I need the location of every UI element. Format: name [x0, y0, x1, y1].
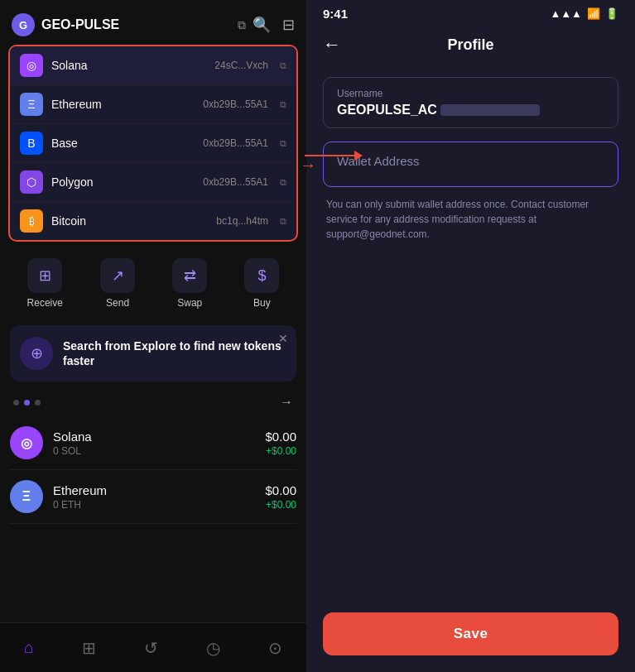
- ethereum-usd: $0.00: [265, 483, 296, 497]
- chain-name-bitcoin: Bitcoin: [51, 214, 208, 228]
- dot-2: [24, 400, 30, 406]
- dot-3: [35, 400, 41, 406]
- pagination-row: →: [0, 388, 306, 416]
- refresh-icon: ↺: [144, 638, 158, 658]
- explore-banner-icon: ⊕: [20, 337, 53, 370]
- copy-ethereum-icon[interactable]: ⧉: [280, 99, 286, 110]
- wallet-hint: You can only submit wallet address once.…: [323, 197, 618, 242]
- copy-solana-icon[interactable]: ⧉: [280, 60, 286, 71]
- chain-name-solana: Solana: [51, 59, 206, 72]
- token-list: ◎ Solana 0 SOL $0.00 +$0.00 Ξ Ethereum 0…: [0, 416, 306, 524]
- chain-address-polygon: 0xb29B...55A1: [203, 176, 268, 188]
- chain-address-ethereum: 0xb29B...55A1: [203, 98, 268, 110]
- solana-usd: $0.00: [265, 430, 296, 444]
- nav-history[interactable]: ◷: [206, 638, 220, 658]
- profile-form: Username GEOPULSE_AC → Wallet Address Yo…: [306, 69, 635, 599]
- wallet-avatar: G: [12, 13, 35, 36]
- panel-connector-arrow: [305, 151, 363, 161]
- username-label: Username: [337, 88, 604, 99]
- bottom-nav: ⌂ ⊞ ↺ ◷ ⊙: [0, 622, 306, 672]
- dot-1: [13, 400, 19, 406]
- chain-address-solana: 24sC...Vxch: [214, 60, 268, 71]
- ethereum-token-logo: Ξ: [10, 480, 43, 513]
- banner-close-button[interactable]: ✕: [278, 332, 288, 345]
- solana-token-logo: ◎: [10, 426, 43, 459]
- wallet-name: GEO-PULSE: [41, 17, 228, 32]
- buy-button[interactable]: $ Buy: [244, 258, 279, 309]
- save-button[interactable]: Save: [323, 612, 618, 655]
- username-blur: [440, 104, 540, 116]
- chain-item-solana[interactable]: ◎ Solana 24sC...Vxch ⧉: [10, 46, 296, 85]
- chain-item-polygon[interactable]: ⬡ Polygon 0xb29B...55A1 ⧉: [10, 163, 296, 202]
- chain-item-ethereum[interactable]: Ξ Ethereum 0xb29B...55A1 ⧉: [10, 85, 296, 124]
- receive-icon: ⊞: [27, 258, 62, 293]
- solana-token-values: $0.00 +$0.00: [265, 430, 296, 457]
- solana-token-info: Solana 0 SOL: [53, 430, 255, 457]
- save-btn-container: Save: [306, 599, 635, 672]
- grid-icon: ⊞: [82, 638, 96, 658]
- copy-polygon-icon[interactable]: ⧉: [280, 177, 286, 188]
- home-icon: ⌂: [24, 638, 34, 657]
- ethereum-token-name: Ethereum: [53, 483, 255, 497]
- swap-icon: ⇄: [172, 258, 207, 293]
- ethereum-token-values: $0.00 +$0.00: [265, 483, 296, 511]
- back-button[interactable]: ←: [323, 34, 341, 55]
- copy-base-icon[interactable]: ⧉: [280, 138, 286, 149]
- explore-banner: ⊕ Search from Explore to find new tokens…: [10, 325, 296, 382]
- clock-icon: ◷: [206, 638, 220, 658]
- send-label: Send: [106, 297, 129, 309]
- search-plus-icon: ⊕: [31, 344, 43, 362]
- status-bar: 9:41 ▲▲▲ 📶 🔋: [306, 0, 635, 26]
- arrow-head: [354, 151, 363, 161]
- right-panel: 9:41 ▲▲▲ 📶 🔋 ← Profile Username GEOPULSE…: [306, 0, 635, 672]
- chain-item-base[interactable]: B Base 0xb29B...55A1 ⧉: [10, 124, 296, 163]
- chain-dropdown: ◎ Solana 24sC...Vxch ⧉ Ξ Ethereum 0xb29B…: [8, 45, 298, 242]
- receive-button[interactable]: ⊞ Receive: [27, 258, 63, 309]
- wallet-copy-icon[interactable]: ⧉: [238, 18, 246, 32]
- compass-icon: ⊙: [268, 638, 282, 658]
- nav-home[interactable]: ⌂: [24, 638, 34, 657]
- token-item-ethereum[interactable]: Ξ Ethereum 0 ETH $0.00 +$0.00: [10, 470, 296, 524]
- username-value: GEOPULSE_AC: [337, 103, 604, 118]
- chain-name-polygon: Polygon: [51, 175, 195, 189]
- layout-icon[interactable]: ⊟: [282, 16, 295, 34]
- chain-name-ethereum: Ethereum: [51, 98, 195, 111]
- receive-label: Receive: [27, 297, 63, 309]
- battery-icon: 🔋: [605, 7, 618, 20]
- solana-change: +$0.00: [265, 445, 296, 457]
- username-field: Username GEOPULSE_AC: [323, 77, 618, 128]
- nav-grid[interactable]: ⊞: [82, 638, 96, 658]
- signal-icon: ▲▲▲: [550, 7, 582, 20]
- ethereum-icon: Ξ: [20, 93, 43, 116]
- wallet-header: G GEO-PULSE ⧉ 🔍 ⊟: [0, 0, 306, 45]
- token-item-solana[interactable]: ◎ Solana 0 SOL $0.00 +$0.00: [10, 416, 296, 470]
- left-panel: G GEO-PULSE ⧉ 🔍 ⊟ ◎ Solana 24sC...Vxch ⧉…: [0, 0, 306, 672]
- chain-name-base: Base: [51, 137, 195, 150]
- banner-text: Search from Explore to find new tokens f…: [63, 338, 286, 368]
- swap-label: Swap: [177, 297, 202, 309]
- send-button[interactable]: ↗ Send: [100, 258, 135, 309]
- bitcoin-icon: ₿: [20, 209, 43, 233]
- next-page-arrow[interactable]: →: [280, 395, 293, 410]
- status-icons: ▲▲▲ 📶 🔋: [550, 7, 618, 20]
- buy-icon: $: [244, 258, 279, 293]
- copy-bitcoin-icon[interactable]: ⧉: [280, 216, 286, 227]
- chain-item-bitcoin[interactable]: ₿ Bitcoin bc1q...h4tm ⧉: [10, 202, 296, 240]
- wallet-address-field[interactable]: → Wallet Address: [323, 142, 618, 187]
- status-time: 9:41: [323, 7, 348, 21]
- ethereum-change: +$0.00: [265, 499, 296, 511]
- ethereum-token-info: Ethereum 0 ETH: [53, 483, 255, 511]
- solana-token-sub: 0 SOL: [53, 445, 255, 457]
- profile-header: ← Profile: [306, 26, 635, 69]
- search-icon[interactable]: 🔍: [253, 16, 271, 34]
- nav-explore[interactable]: ⊙: [268, 638, 282, 658]
- swap-button[interactable]: ⇄ Swap: [172, 258, 207, 309]
- buy-label: Buy: [253, 297, 271, 309]
- chain-address-base: 0xb29B...55A1: [203, 137, 268, 149]
- polygon-icon: ⬡: [20, 170, 43, 194]
- base-icon: B: [20, 132, 43, 155]
- header-icons: 🔍 ⊟: [253, 16, 295, 34]
- nav-refresh[interactable]: ↺: [144, 638, 158, 658]
- wifi-icon: 📶: [587, 7, 600, 20]
- solana-icon: ◎: [20, 54, 43, 77]
